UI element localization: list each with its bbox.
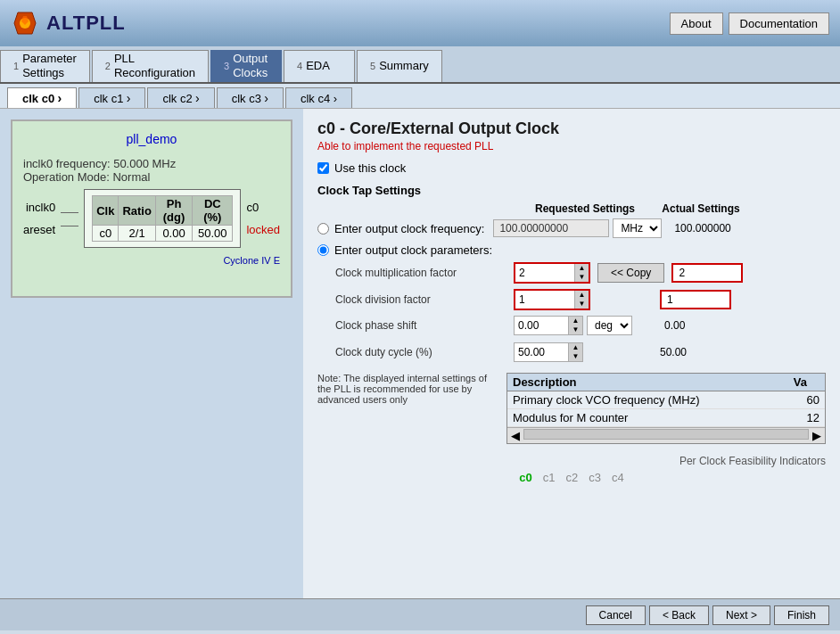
chip-diagram: Clk Ratio Ph (dg) DC (%) c0 2/1 0.00 xyxy=(84,189,241,248)
feasibility-section: Per Clock Feasibility Indicators c0 c1 c… xyxy=(317,455,826,484)
copy-button[interactable]: << Copy xyxy=(597,263,664,283)
info-col-desc: Description xyxy=(507,374,780,391)
duty-input[interactable] xyxy=(515,344,568,360)
clock-tab-c1[interactable]: clk c1 xyxy=(78,87,145,108)
use-clock-row: Use this clock xyxy=(317,161,826,175)
feas-c0: c0 xyxy=(519,471,531,484)
documentation-button[interactable]: Documentation xyxy=(729,12,829,35)
mult-input-wrap: ▲ ▼ xyxy=(514,262,590,284)
tab4-label: EDA xyxy=(306,59,330,72)
chip-info2: Operation Mode: Normal xyxy=(23,170,280,184)
duty-spin-up[interactable]: ▲ xyxy=(568,343,582,352)
mult-input[interactable] xyxy=(515,265,574,281)
radio-params[interactable] xyxy=(317,244,329,256)
mult-row: Clock multiplication factor ▲ ▼ << Copy xyxy=(317,262,826,284)
app-header: ALTPLL About Documentation xyxy=(0,0,840,46)
feasibility-clocks: c0 c1 c2 c3 c4 xyxy=(317,471,826,484)
tab3-num: 3 xyxy=(224,61,229,71)
tab5-num: 5 xyxy=(370,61,375,71)
phase-spin-up[interactable]: ▲ xyxy=(568,317,582,325)
info-col-val: Va xyxy=(780,374,825,391)
tab3-label2: Clocks xyxy=(233,66,268,80)
pin-areset-label: areset xyxy=(23,223,55,236)
duty-input-wrap: ▲ ▼ xyxy=(514,342,583,362)
table-row: c0 2/1 0.00 50.00 xyxy=(93,226,233,242)
info-row2-val: 12 xyxy=(780,409,825,427)
scroll-left-icon[interactable]: ◀ xyxy=(511,429,520,442)
freq-row: MHz xyxy=(493,218,662,238)
div-actual-input[interactable] xyxy=(660,290,731,309)
duty-row: Clock duty cycle (%) ▲ ▼ 50.00 xyxy=(317,342,826,362)
info-table: Description Va Primary clock VCO frequen… xyxy=(507,374,825,427)
radio1-label: Enter output clock frequency: xyxy=(334,222,484,235)
phase-actual: 0.00 xyxy=(664,319,685,332)
right-panel: c0 - Core/External Output Clock Able to … xyxy=(303,109,840,598)
clock-tab-c3[interactable]: clk c3 xyxy=(217,87,284,108)
phase-spin-down[interactable]: ▼ xyxy=(568,325,582,334)
tab1-label1: Parameter xyxy=(22,52,77,66)
feas-c4: c4 xyxy=(612,471,624,484)
tab2-num: 2 xyxy=(105,61,111,71)
tab1-num: 1 xyxy=(13,61,19,71)
clock-tabs: clk c0 clk c1 clk c2 clk c3 clk c4 › xyxy=(0,84,840,109)
feas-c1: c1 xyxy=(543,471,556,484)
clock-tab-c0[interactable]: clk c0 xyxy=(7,87,77,108)
feasibility-label: Per Clock Feasibility Indicators xyxy=(317,455,826,467)
table-scroll-bar[interactable]: ◀ ▶ xyxy=(507,427,825,443)
chip-table: Clk Ratio Ph (dg) DC (%) c0 2/1 0.00 xyxy=(92,195,233,242)
div-spin-up[interactable]: ▲ xyxy=(574,291,589,300)
radio-freq-row: Enter output clock frequency: MHz 100.00… xyxy=(317,218,826,238)
mult-actual-input[interactable] xyxy=(671,263,743,283)
radio-params-row: Enter output clock parameters: xyxy=(317,243,826,257)
tab-output-clocks[interactable]: 3 Output Clocks xyxy=(210,50,282,82)
tab2-label2: Reconfiguration xyxy=(114,66,195,80)
pin-c0-label: c0 xyxy=(246,201,280,214)
div-spin-down[interactable]: ▼ xyxy=(574,300,589,309)
app-logo-icon xyxy=(11,9,39,37)
feas-c3: c3 xyxy=(589,471,601,484)
tab-pll-reconfiguration[interactable]: 2 PLL Reconfiguration xyxy=(92,50,209,82)
diagram-title: pll_demo xyxy=(23,132,280,146)
phase-label: Clock phase shift xyxy=(317,319,514,332)
tab-parameter-settings[interactable]: 1 Parameter Settings xyxy=(0,50,90,82)
tab4-num: 4 xyxy=(297,61,302,71)
main-area: pll_demo inclk0 frequency: 50.000 MHz Op… xyxy=(0,109,840,598)
chip-info1: inclk0 frequency: 50.000 MHz xyxy=(23,157,280,170)
next-button[interactable]: Next > xyxy=(712,605,770,625)
radio2-label: Enter output clock parameters: xyxy=(334,243,492,257)
section-title: c0 - Core/External Output Clock xyxy=(317,119,826,138)
about-button[interactable]: About xyxy=(670,12,723,35)
bottom-bar: Cancel < Back Next > Finish xyxy=(0,598,840,630)
use-clock-checkbox[interactable] xyxy=(317,162,329,174)
radio-freq[interactable] xyxy=(317,223,329,235)
mult-spin-up[interactable]: ▲ xyxy=(574,264,589,273)
app-title: ALTPLL xyxy=(46,12,126,35)
tab2-label1: PLL xyxy=(114,52,195,66)
wizard-tabs: 1 Parameter Settings 2 PLL Reconfigurati… xyxy=(0,46,840,84)
mult-label: Clock multiplication factor xyxy=(317,267,514,279)
actual-header: Actual Settings xyxy=(656,202,745,215)
info-section: Note: The displayed internal settings of… xyxy=(317,373,826,444)
duty-spin-down[interactable]: ▼ xyxy=(568,352,582,361)
clock-tab-c4[interactable]: clk c4 › xyxy=(285,87,352,108)
tab3-label1: Output xyxy=(233,52,268,66)
cancel-button[interactable]: Cancel xyxy=(586,605,646,625)
requested-header: Requested Settings xyxy=(514,202,656,215)
div-input-wrap: ▲ ▼ xyxy=(514,289,590,310)
freq-input[interactable] xyxy=(493,219,609,237)
phase-unit-select[interactable]: deg xyxy=(587,316,632,335)
tab-summary[interactable]: 5 Summary xyxy=(357,50,442,82)
scroll-right-icon[interactable]: ▶ xyxy=(812,429,821,442)
freq-unit-select[interactable]: MHz xyxy=(613,218,662,238)
finish-button[interactable]: Finish xyxy=(774,605,829,625)
back-button[interactable]: < Back xyxy=(649,605,709,625)
tab-eda[interactable]: 4 EDA xyxy=(284,50,355,82)
clock-tab-c2[interactable]: clk c2 xyxy=(147,87,214,108)
div-input[interactable] xyxy=(515,292,574,308)
phase-row: Clock phase shift ▲ ▼ deg 0.00 xyxy=(317,316,826,335)
info-row1-desc: Primary clock VCO frequency (MHz) xyxy=(507,391,780,409)
feas-c2: c2 xyxy=(566,471,579,484)
phase-input[interactable] xyxy=(515,317,568,333)
mult-spin-down[interactable]: ▼ xyxy=(574,273,589,282)
freq-actual: 100.000000 xyxy=(674,222,730,235)
